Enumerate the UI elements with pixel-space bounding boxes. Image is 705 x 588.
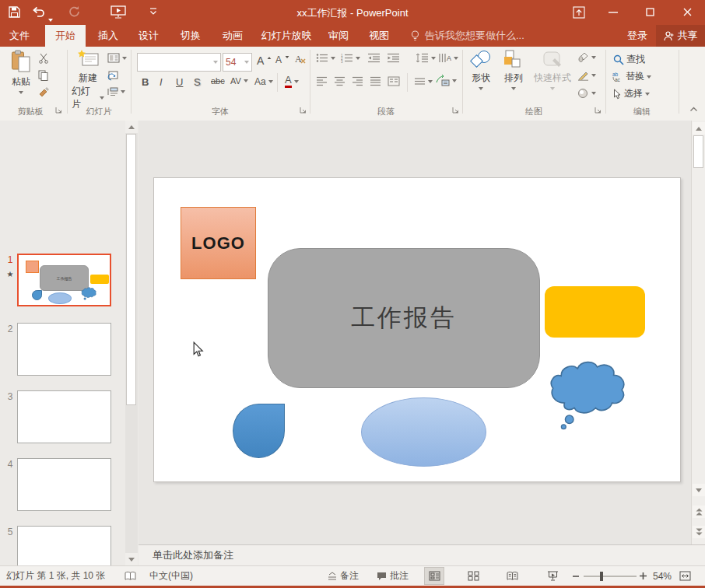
tell-me-box[interactable]: 告诉我您想要做什么... [410, 25, 524, 47]
logo-shape[interactable]: LOGO [181, 207, 256, 279]
slide-canvas[interactable]: LOGO 工作报告 [153, 177, 681, 482]
drawing-dialog-launcher-icon[interactable] [594, 107, 603, 116]
tab-slideshow[interactable]: 幻灯片放映 [255, 25, 317, 47]
sign-in-button[interactable]: 登录 [621, 25, 654, 47]
select-button[interactable]: 选择 [613, 87, 650, 100]
new-slide-button[interactable]: 新建 幻灯片 [72, 50, 104, 111]
slide-thumbnail-5[interactable] [17, 526, 111, 565]
character-spacing-button[interactable]: AV [230, 76, 248, 86]
italic-button[interactable]: I [160, 76, 170, 88]
font-name-combo[interactable] [137, 53, 221, 72]
convert-to-smartart-button[interactable] [436, 75, 457, 86]
zoom-level[interactable]: 54% [653, 566, 672, 586]
line-spacing-button[interactable] [416, 53, 436, 63]
align-left-button[interactable] [316, 76, 328, 86]
underline-button[interactable]: U [176, 76, 188, 88]
zoom-in-button[interactable] [640, 566, 647, 586]
close-icon[interactable] [683, 8, 692, 16]
main-scroll-down-icon[interactable] [693, 484, 705, 496]
collapse-ribbon-icon[interactable] [689, 106, 698, 113]
teardrop-shape[interactable] [233, 404, 285, 458]
section-button[interactable] [107, 87, 125, 96]
arrange-button[interactable]: 排列 [500, 50, 528, 90]
clipboard-dialog-launcher-icon[interactable] [54, 107, 64, 116]
format-painter-button[interactable] [38, 87, 49, 98]
tab-animations[interactable]: 动画 [215, 25, 251, 47]
next-slide-icon[interactable] [693, 526, 705, 538]
main-vertical-scrollbar[interactable] [691, 121, 705, 544]
slide-thumbnail-1[interactable]: 工作报告 [17, 254, 111, 306]
bullets-button[interactable] [316, 53, 335, 63]
decrease-indent-button[interactable] [367, 53, 381, 63]
font-size-input[interactable] [223, 57, 244, 68]
slide-layout-button[interactable] [107, 53, 127, 63]
spell-check-icon[interactable] [125, 566, 136, 586]
font-name-input[interactable] [138, 57, 213, 68]
find-button[interactable]: 查找 [613, 53, 645, 66]
shape-outline-button[interactable] [577, 70, 596, 81]
paste-button[interactable]: 粘贴 [6, 50, 36, 94]
text-direction-button[interactable]: A [439, 53, 458, 63]
justify-button[interactable] [370, 76, 381, 86]
decrease-font-size-button[interactable]: A [275, 54, 290, 65]
reading-view-button[interactable] [502, 567, 522, 585]
shape-fill-button[interactable] [577, 52, 596, 63]
numbering-button[interactable]: 123 [341, 53, 360, 63]
shape-effects-button[interactable] [577, 88, 596, 99]
reset-slide-button[interactable] [107, 70, 119, 81]
tab-design[interactable]: 设计 [131, 25, 167, 47]
tab-insert[interactable]: 插入 [90, 25, 126, 47]
notes-toggle-button[interactable]: 备注 [328, 566, 359, 586]
panel-scrollbar-thumb[interactable] [126, 134, 136, 405]
share-button[interactable]: 共享 [656, 25, 705, 47]
replace-button[interactable]: abac 替换 [612, 70, 651, 83]
zoom-out-button[interactable] [573, 566, 579, 586]
cloud-callout-shape[interactable] [548, 355, 630, 431]
cut-button[interactable] [38, 53, 49, 64]
tab-review[interactable]: 审阅 [321, 25, 356, 47]
copy-button[interactable] [38, 70, 48, 81]
align-right-button[interactable] [352, 76, 363, 86]
increase-indent-button[interactable] [387, 53, 400, 63]
align-text-button[interactable] [414, 76, 433, 86]
panel-scroll-down-icon[interactable] [125, 553, 138, 565]
clear-formatting-button[interactable]: A [294, 53, 307, 65]
font-color-button[interactable]: A [285, 75, 299, 88]
normal-view-button[interactable] [424, 567, 444, 585]
paragraph-dialog-launcher-icon[interactable] [451, 107, 461, 116]
panel-scrollbar[interactable] [125, 121, 138, 565]
ribbon-display-options-icon[interactable] [573, 6, 585, 19]
main-scroll-up-icon[interactable] [693, 122, 705, 135]
slide-thumbnail-4[interactable] [17, 458, 111, 511]
text-shadow-button[interactable]: S [194, 76, 206, 88]
font-dialog-launcher-icon[interactable] [299, 107, 308, 116]
strikethrough-button[interactable]: abc [211, 76, 225, 86]
zoom-slider[interactable] [584, 566, 637, 586]
slideshow-view-button[interactable] [542, 567, 563, 585]
notes-pane[interactable]: 单击此处添加备注 [139, 544, 705, 565]
add-remove-columns-button[interactable] [388, 76, 400, 86]
slide-thumbnail-3[interactable] [17, 390, 111, 443]
fit-to-window-icon[interactable] [679, 566, 691, 586]
tab-view[interactable]: 视图 [361, 25, 397, 47]
minimize-icon[interactable] [609, 12, 618, 13]
slide-sorter-view-button[interactable] [463, 567, 483, 585]
language-indicator[interactable]: 中文(中国) [149, 566, 193, 586]
yellow-rounded-rectangle-shape[interactable] [545, 286, 645, 338]
tab-home[interactable]: 开始 [45, 25, 86, 47]
align-center-button[interactable] [334, 76, 345, 86]
comments-toggle-button[interactable]: 批注 [377, 566, 409, 586]
slide-thumbnail-2[interactable] [17, 323, 111, 376]
notes-placeholder[interactable]: 单击此处添加备注 [153, 548, 233, 562]
previous-slide-icon[interactable] [693, 506, 705, 518]
ellipse-shape[interactable] [361, 397, 486, 467]
maximize-icon[interactable] [646, 8, 654, 16]
tab-transitions[interactable]: 切换 [173, 25, 209, 47]
shapes-button[interactable]: 形状 [467, 50, 495, 90]
font-size-combo[interactable] [223, 53, 252, 72]
increase-font-size-button[interactable]: A [257, 54, 272, 67]
title-shape[interactable]: 工作报告 [268, 248, 540, 388]
tab-file[interactable]: 文件 [0, 25, 39, 47]
quick-styles-button[interactable]: 快速样式 [532, 50, 573, 90]
bold-button[interactable]: B [142, 76, 154, 88]
